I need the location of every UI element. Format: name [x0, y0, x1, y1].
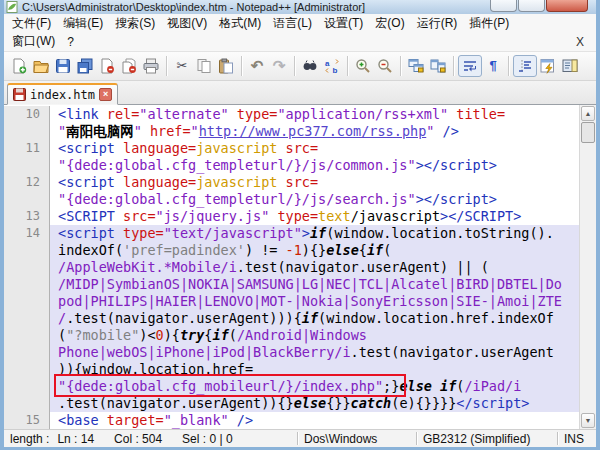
maximize-button[interactable]	[518, 0, 545, 12]
code-area[interactable]: 10<link rel="alternate" type="applicatio…	[4, 105, 579, 429]
open-file-icon[interactable]	[30, 55, 52, 77]
print-icon[interactable]	[140, 55, 162, 77]
eol-format-status[interactable]: Dos\Windows	[304, 432, 410, 446]
new-file-icon[interactable]	[8, 55, 30, 77]
code-row[interactable]: "南阳电脑网" href="http://www.pc377.com/rss.p…	[4, 123, 579, 140]
save-icon[interactable]	[52, 55, 74, 77]
line-number	[4, 344, 50, 361]
sync-vertical-icon[interactable]	[405, 55, 427, 77]
scrollbar-thumb[interactable]	[581, 122, 595, 143]
menu-item-format[interactable]: 格式(M)	[213, 15, 267, 32]
tab-close-icon[interactable]: ×	[99, 88, 112, 101]
code-text: .test(navigator.userAgent)){}else{}}catc…	[50, 395, 579, 412]
code-row[interactable]: pod|PHILIPS|HAIER|LENOVO|MOT-|Nokia|Sony…	[4, 293, 579, 310]
code-row[interactable]: 10<link rel="alternate" type="applicatio…	[4, 106, 579, 123]
menu-item-help[interactable]: ?	[61, 35, 80, 49]
paste-icon[interactable]	[215, 55, 237, 77]
menu-item-edit[interactable]: 编辑(E)	[57, 15, 109, 32]
tab-index-htm[interactable]: index.htm ×	[7, 83, 118, 105]
title-bar[interactable]: C:\Users\Administrator\Desktop\index.htm…	[4, 0, 596, 14]
code-row[interactable]: Phone|webOS|iPhone|iPod|BlackBerry/i.tes…	[4, 344, 579, 361]
line-number	[4, 242, 50, 259]
line-number: 11	[4, 140, 50, 157]
code-row[interactable]: 12<script language=javascript src=	[4, 174, 579, 191]
code-text: <script language=javascript src=	[50, 174, 579, 191]
indent-guide-icon[interactable]	[513, 55, 537, 77]
menu-item-search[interactable]: 搜索(S)	[109, 15, 161, 32]
toolbar-separator	[294, 56, 295, 76]
code-row[interactable]: /.test(navigator.userAgent))){if(window.…	[4, 310, 579, 327]
function-list-icon[interactable]	[537, 55, 559, 77]
code-row[interactable]: indexOf('pref=padindex') != -1){}else{if…	[4, 242, 579, 259]
line-number	[4, 123, 50, 140]
insert-mode-status[interactable]: INS	[564, 432, 596, 446]
line-number	[4, 276, 50, 293]
code-text: /AppleWebKit.*Mobile/i.test(navigator.us…	[50, 259, 579, 276]
close-file-icon[interactable]	[96, 55, 118, 77]
minimize-button[interactable]	[490, 0, 517, 12]
code-text: <base target="_blank" />	[50, 412, 579, 429]
code-row[interactable]: )){window.location.href=	[4, 361, 579, 378]
code-row[interactable]: /AppleWebKit.*Mobile/i.test(navigator.us…	[4, 259, 579, 276]
menu-item-view[interactable]: 视图(V)	[161, 15, 213, 32]
show-all-characters-icon[interactable]: ¶	[482, 55, 504, 77]
vertical-scrollbar[interactable]: ▲ ▼	[579, 105, 596, 429]
close-window-button[interactable]	[546, 0, 588, 12]
code-text: <SCRIPT src="js/jquery.js" type=text/jav…	[50, 208, 579, 225]
cut-icon[interactable]: ✂	[171, 55, 193, 77]
line-number	[4, 259, 50, 276]
code-row[interactable]: "{dede:global.cfg_mobileurl/}/index.php"…	[4, 378, 579, 395]
line-number	[4, 293, 50, 310]
redo-icon[interactable]: ↷	[268, 55, 290, 77]
scroll-down-arrow-icon[interactable]: ▼	[581, 413, 595, 428]
code-row[interactable]: .test(navigator.userAgent)){}else{}}catc…	[4, 395, 579, 412]
code-row[interactable]: 14<script type="text/javascript">if(wind…	[4, 225, 579, 242]
document-map-icon[interactable]	[559, 55, 581, 77]
undo-icon[interactable]: ↶	[246, 55, 268, 77]
close-all-icon[interactable]	[118, 55, 140, 77]
window-controls	[490, 0, 588, 12]
line-number: 13	[4, 208, 50, 225]
line-number	[4, 361, 50, 378]
selection-indicator: Sel : 0 | 0	[182, 432, 232, 446]
code-row[interactable]: 15<base target="_blank" />	[4, 412, 579, 429]
status-bar: length : Ln : 14 Col : 504 Sel : 0 | 0 D…	[4, 429, 596, 447]
menu-item-language[interactable]: 语言(L)	[267, 15, 318, 32]
code-row[interactable]: /MIDP|SymbianOS|NOKIA|SAMSUNG|LG|NEC|TCL…	[4, 276, 579, 293]
code-text: ("?mobile")<0){try{if(/Android|Windows	[50, 327, 579, 344]
code-row[interactable]: ("?mobile")<0){try{if(/Android|Windows	[4, 327, 579, 344]
code-row[interactable]: "{dede:global.cfg_templeturl/}/js/common…	[4, 157, 579, 174]
code-text: "{dede:global.cfg_mobileurl/}/index.php"…	[50, 378, 579, 395]
encoding-status[interactable]: GB2312 (Simplified)	[423, 432, 551, 446]
notepad-plus-plus-icon	[6, 1, 18, 13]
copy-icon[interactable]	[193, 55, 215, 77]
menu-close-icon[interactable]: X	[564, 35, 596, 49]
code-row[interactable]: "{dede:global.cfg_templeturl/}/js/search…	[4, 191, 579, 208]
word-wrap-icon[interactable]	[458, 55, 482, 77]
code-text: "{dede:global.cfg_templeturl/}/js/common…	[50, 157, 579, 174]
save-all-icon[interactable]	[74, 55, 96, 77]
menu-item-macro[interactable]: 宏(O)	[369, 15, 410, 32]
code-row[interactable]: 13<SCRIPT src="js/jquery.js" type=text/j…	[4, 208, 579, 225]
menu-item-file[interactable]: 文件(F)	[6, 15, 57, 32]
line-number	[4, 395, 50, 412]
replace-icon[interactable]: ab	[321, 55, 343, 77]
status-separator	[557, 432, 558, 445]
menu-item-run[interactable]: 运行(R)	[411, 15, 464, 32]
editor-pane[interactable]: 10<link rel="alternate" type="applicatio…	[4, 105, 596, 429]
sync-horizontal-icon[interactable]	[427, 55, 449, 77]
line-number: 14	[4, 225, 50, 242]
menu-item-window[interactable]: 窗口(W)	[6, 33, 61, 50]
find-icon[interactable]	[299, 55, 321, 77]
menu-item-settings[interactable]: 设置(T)	[318, 15, 369, 32]
code-text: /MIDP|SymbianOS|NOKIA|SAMSUNG|LG|NEC|TCL…	[50, 276, 579, 293]
code-text: Phone|webOS|iPhone|iPod|BlackBerry/i.tes…	[50, 344, 579, 361]
menu-item-plugins[interactable]: 插件(P)	[463, 15, 515, 32]
zoom-in-icon[interactable]	[352, 55, 374, 77]
toolbar-separator	[453, 56, 454, 76]
zoom-out-icon[interactable]	[374, 55, 396, 77]
code-text: "南阳电脑网" href="http://www.pc377.com/rss.p…	[50, 123, 579, 140]
scroll-up-arrow-icon[interactable]: ▲	[581, 106, 595, 121]
code-text: /.test(navigator.userAgent))){if(window.…	[50, 310, 579, 327]
code-row[interactable]: 11<script language=javascript src=	[4, 140, 579, 157]
